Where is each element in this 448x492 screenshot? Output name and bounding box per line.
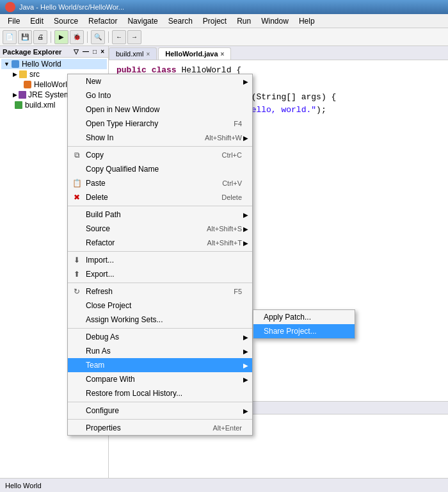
menu-item-ctx-16[interactable]: ⬆Export... [68, 267, 252, 281]
team-submenu[interactable]: Apply Patch...Share Project... [253, 309, 355, 339]
menu-item-file[interactable]: File [3, 15, 25, 27]
editor-tab-1[interactable]: HelloWorld.java× [158, 47, 231, 60]
menu-item-ctx-2[interactable]: Open in New Window [68, 102, 252, 117]
menu-label-26: Restore from Local History... [86, 389, 182, 398]
tree-item-0[interactable]: ▼Hello World [1, 59, 107, 69]
toolbar-btn-forward[interactable]: → [127, 30, 141, 44]
menu-label-12: Source [86, 224, 110, 233]
menu-item-ctx-20[interactable]: Assign Working Sets... [68, 313, 252, 327]
tree-label-0: Hello World [22, 60, 61, 69]
close-icon[interactable]: × [99, 47, 106, 56]
menu-shortcut-13: Alt+Shift+T [195, 239, 242, 247]
menu-separator-27 [68, 402, 252, 402]
menu-item-project[interactable]: Project [198, 15, 232, 27]
team-submenu-item-0[interactable]: Apply Patch... [253, 310, 355, 324]
editor-tab-label-1: HelloWorld.java [165, 50, 218, 58]
menu-item-ctx-18[interactable]: ↻RefreshF5 [68, 284, 252, 299]
menu-item-ctx-9[interactable]: ✖DeleteDelete [68, 190, 252, 204]
menu-item-ctx-3[interactable]: Open Type HierarchyF4 [68, 117, 252, 131]
menu-icon-export: ⬆ [72, 269, 82, 279]
tree-arrow-0: ▼ [4, 61, 10, 67]
menu-item-ctx-6[interactable]: ⧉CopyCtrl+C [68, 148, 252, 162]
toolbar-btn-back[interactable]: ← [112, 30, 126, 44]
menu-icon-paste: 📋 [72, 178, 82, 188]
maximize-icon[interactable]: □ [92, 47, 98, 56]
toolbar-btn-new[interactable]: 📄 [3, 30, 17, 44]
menu-item-refactor[interactable]: Refactor [83, 15, 122, 27]
menu-item-help[interactable]: Help [294, 15, 320, 27]
editor-tab-label-0: build.xml [116, 50, 143, 58]
menu-label-22: Debug As [86, 332, 119, 341]
toolbar-btn-search[interactable]: 🔍 [91, 30, 105, 44]
menu-item-ctx-25[interactable]: Compare With▶ [68, 372, 252, 386]
menu-item-ctx-8[interactable]: 📋PasteCtrl+V [68, 176, 252, 190]
editor-tab-close-1[interactable]: × [221, 51, 225, 58]
menu-item-run[interactable]: Run [232, 15, 256, 27]
menu-label-8: Paste [86, 179, 106, 188]
menu-item-ctx-19[interactable]: Close Project [68, 299, 252, 313]
menu-label-1: Go Into [86, 91, 111, 100]
menu-label-0: New [86, 77, 101, 86]
menu-item-ctx-13[interactable]: RefactorAlt+Shift+T▶ [68, 236, 252, 250]
menu-shortcut-3: F4 [221, 120, 242, 127]
menu-separator-21 [68, 328, 252, 329]
toolbar-btn-run[interactable]: ▶ [54, 30, 68, 44]
menu-item-edit[interactable]: Edit [25, 15, 49, 27]
menu-shortcut-4: Alt+Shift+W [192, 134, 242, 142]
toolbar-btn-print[interactable]: 🖨 [33, 30, 47, 44]
menu-item-ctx-0[interactable]: New▶ [68, 74, 252, 88]
menu-label-16: Export... [86, 270, 115, 279]
menu-label-3: Open Type Hierarchy [86, 119, 158, 128]
collapse-icon[interactable]: ▽ [72, 47, 80, 56]
editor-tab-0[interactable]: build.xml× [109, 47, 157, 60]
toolbar-sep-2 [87, 31, 88, 43]
menu-shortcut-9: Delete [209, 193, 242, 201]
editor-tab-close-0[interactable]: × [146, 51, 150, 58]
menu-item-ctx-12[interactable]: SourceAlt+Shift+S▶ [68, 222, 252, 236]
window-icon [5, 2, 15, 12]
menu-icon-copy: ⧉ [72, 150, 82, 160]
menu-label-4: Show In [86, 133, 113, 142]
menu-item-ctx-4[interactable]: Show InAlt+Shift+W▶ [68, 131, 252, 145]
submenu-arrow-12: ▶ [243, 226, 248, 233]
menu-item-ctx-23[interactable]: Run As▶ [68, 344, 252, 358]
menu-bar: FileEditSourceRefactorNavigateSearchProj… [0, 14, 448, 28]
toolbar-btn-save[interactable]: 💾 [18, 30, 32, 44]
submenu-arrow-24: ▶ [243, 362, 248, 369]
menu-item-ctx-7[interactable]: Copy Qualified Name [68, 162, 252, 176]
menu-label-25: Compare With [86, 375, 135, 384]
package-explorer-header: Package Explorer ▽ — □ × [0, 46, 108, 58]
context-menu[interactable]: New▶Go IntoOpen in New WindowOpen Type H… [67, 74, 253, 436]
status-text: Hello World [5, 482, 42, 489]
menu-item-ctx-28[interactable]: Configure▶ [68, 404, 252, 418]
team-submenu-item-1[interactable]: Share Project... [253, 324, 355, 338]
menu-item-window[interactable]: Window [256, 15, 294, 27]
tree-icon-1 [19, 70, 28, 79]
menu-item-ctx-30[interactable]: PropertiesAlt+Enter [68, 421, 252, 435]
menu-item-ctx-24[interactable]: Team▶ [68, 358, 252, 372]
submenu-arrow-0: ▶ [243, 78, 248, 85]
menu-item-search[interactable]: Search [163, 15, 198, 27]
menu-item-ctx-26[interactable]: Restore from Local History... [68, 386, 252, 400]
menu-icon-refresh: ↻ [72, 286, 82, 297]
tree-icon-4 [14, 101, 23, 110]
menu-item-navigate[interactable]: Navigate [122, 15, 163, 27]
menu-shortcut-12: Alt+Shift+S [194, 225, 242, 233]
menu-separator-29 [68, 419, 252, 420]
tree-arrow-3: ▶ [13, 92, 17, 98]
menu-label-23: Run As [86, 347, 111, 356]
menu-label-9: Delete [86, 193, 108, 202]
menu-item-ctx-11[interactable]: Build Path▶ [68, 208, 252, 222]
menu-item-source[interactable]: Source [49, 15, 83, 27]
menu-item-ctx-15[interactable]: ⬇Import... [68, 253, 252, 267]
minimize-icon[interactable]: — [81, 47, 90, 56]
submenu-arrow-28: ▶ [243, 407, 248, 414]
toolbar-btn-debug[interactable]: 🐞 [70, 30, 84, 44]
menu-label-13: Refactor [86, 238, 115, 247]
menu-item-ctx-1[interactable]: Go Into [68, 88, 252, 102]
tree-icon-0 [11, 60, 20, 69]
tree-icon-2 [23, 80, 32, 89]
submenu-arrow-25: ▶ [243, 376, 248, 383]
menu-item-ctx-22[interactable]: Debug As▶ [68, 330, 252, 344]
title-text: Java - Hello World/src/HelloWor... [19, 3, 124, 11]
